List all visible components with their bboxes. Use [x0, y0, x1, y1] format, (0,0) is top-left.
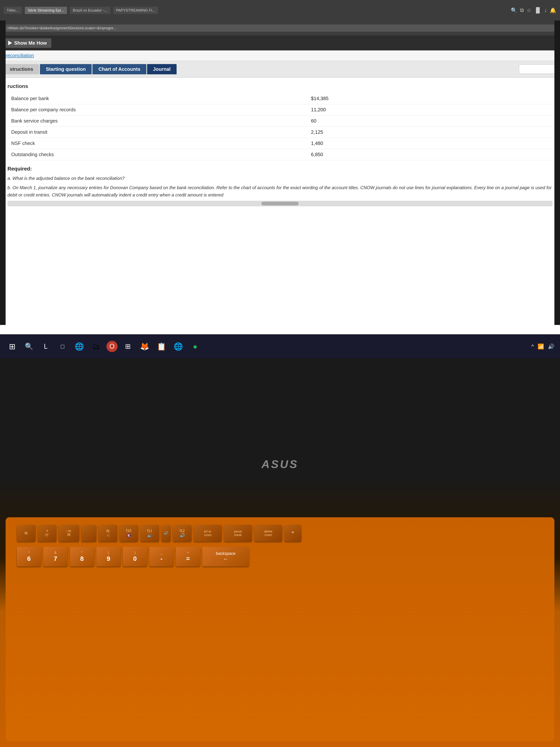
- key-0-main: 0: [133, 555, 137, 563]
- key-f7[interactable]: ✕ f7: [38, 525, 56, 542]
- key-equals-top: +: [187, 551, 189, 555]
- balance-label-0: Balance per bank: [7, 93, 307, 104]
- table-row: Outstanding checks 6,850: [7, 149, 553, 160]
- browser-tab-brazil[interactable]: Brazil vs Ecuador -...: [70, 7, 110, 14]
- key-asterisk-label: *: [292, 530, 294, 536]
- taskbar-taskview-icon[interactable]: □: [56, 340, 69, 353]
- browser-tab-papy[interactable]: PAPYSTREAMING Fi...: [113, 7, 158, 14]
- key-prtsc[interactable]: prt scsysrq: [194, 525, 222, 542]
- browser-chrome: Télec... Série Streaming Epi... Brazil v…: [0, 0, 560, 21]
- function-key-row: f6 ✕ f7 □/⊞ f8 f9 ◁ f10 🔇 f11 🔉: [17, 525, 543, 542]
- key-minus-top: _: [161, 551, 162, 555]
- taskbar-folder-icon[interactable]: 🗂: [89, 340, 103, 353]
- key-asterisk[interactable]: *: [285, 525, 301, 542]
- key-equals-main: =: [186, 555, 190, 563]
- key-minus[interactable]: _ -: [149, 547, 174, 566]
- taskbar-wifi-icon: 📶: [538, 343, 544, 350]
- key-f11[interactable]: f11 🔉: [140, 525, 159, 542]
- balance-label-2: Bank service charges: [7, 115, 307, 127]
- key-f12-icon: 🔊: [180, 533, 185, 538]
- taskbar-chrome-icon[interactable]: 🌐: [172, 340, 185, 353]
- balance-label-5: Outstanding checks: [7, 149, 307, 160]
- taskbar-volume-icon[interactable]: 🔊: [548, 343, 554, 350]
- browser-tab-telec[interactable]: Télec...: [4, 7, 22, 14]
- required-section: Required: a. What is the adjusted balanc…: [7, 166, 553, 199]
- key-pause-label: pausebreak: [234, 530, 242, 537]
- taskbar-spotify-icon[interactable]: ●: [189, 340, 202, 353]
- key-8-top: *: [81, 551, 82, 555]
- key-f9[interactable]: f9 ◁: [99, 525, 117, 542]
- key-f9-label: f9: [106, 529, 110, 533]
- balance-label-1: Balance per company records: [7, 104, 307, 115]
- balance-value-0: $14,385: [307, 93, 553, 104]
- key-6-top: ^: [28, 551, 30, 555]
- key-f10[interactable]: f10 🔇: [119, 525, 138, 542]
- laptop-body: ASUS f6 ✕ f7 □/⊞ f8 f9 ◁ f10 🔇: [0, 476, 560, 747]
- tab-journal[interactable]: Journal: [147, 64, 177, 74]
- breadcrumb[interactable]: reconciliation: [6, 53, 34, 58]
- key-f12[interactable]: f12 🔊: [173, 525, 191, 542]
- key-pause[interactable]: pausebreak: [224, 525, 252, 542]
- key-f12-label: f12: [180, 529, 185, 533]
- browser-search-icon: 🔍: [511, 7, 517, 14]
- balance-value-2: 60: [307, 115, 553, 127]
- key-f8-label: f8: [68, 533, 71, 537]
- taskbar-chevron-icon[interactable]: ^: [531, 343, 534, 350]
- table-row: Bank service charges 60: [7, 115, 553, 127]
- key-f7-top: ✕: [46, 529, 48, 533]
- key-f10-label: f10: [126, 528, 131, 533]
- key-blank2[interactable]: 🔊: [161, 525, 170, 542]
- balance-label-4: NSF check: [7, 138, 307, 149]
- key-equals[interactable]: + =: [176, 547, 200, 566]
- tab-search-box[interactable]: [519, 65, 556, 74]
- taskbar-l-icon[interactable]: L: [39, 340, 52, 353]
- taskbar-search-icon[interactable]: 🔍: [22, 340, 35, 353]
- taskbar-o-icon[interactable]: O: [106, 341, 117, 352]
- browser-download-icon: ↓: [544, 7, 547, 13]
- taskbar-start-icon[interactable]: ⊞: [6, 340, 19, 353]
- browser-tab-serie[interactable]: Série Streaming Epi...: [25, 7, 67, 14]
- required-item-a-text: What is the adjusted balance on the bank…: [12, 176, 125, 181]
- key-8-main: 8: [80, 555, 84, 563]
- key-f11-label: f11: [147, 529, 152, 533]
- required-item-b-text: On March 1, journalize any necessary ent…: [7, 185, 552, 197]
- show-me-how-bar: Show Me How: [0, 35, 560, 50]
- taskbar-clipboard-icon[interactable]: 📋: [155, 340, 168, 353]
- key-9[interactable]: ( 9: [96, 547, 121, 566]
- key-prtsc-label: prt scsysrq: [204, 530, 211, 537]
- key-7-main: 7: [54, 555, 57, 563]
- breadcrumb-bar: reconciliation: [0, 50, 560, 61]
- key-f10-icon: 🔇: [126, 533, 132, 538]
- tab-chart-of-accounts[interactable]: Chart of Accounts: [92, 64, 146, 74]
- key-f9-icon: ◁: [107, 533, 109, 538]
- key-blank1[interactable]: [81, 525, 96, 542]
- browser-menu-icon: ▐▌: [534, 7, 541, 13]
- required-item-a: a. What is the adjusted balance on the b…: [7, 175, 553, 182]
- key-8[interactable]: * 8: [70, 547, 94, 566]
- asus-logo: ASUS: [262, 458, 299, 471]
- main-content: reconciliation structions Starting quest…: [0, 50, 560, 334]
- table-row: Balance per bank $14,385: [7, 93, 553, 104]
- url-bar[interactable]: ntMain.do?invoker=&takeAssignmentSession…: [4, 24, 556, 32]
- taskbar-firefox-icon[interactable]: 🦊: [138, 340, 151, 353]
- key-0[interactable]: ) 0: [123, 547, 147, 566]
- key-7-top: &: [54, 551, 57, 555]
- balance-value-1: 11,200: [307, 104, 553, 115]
- taskbar-edge-icon[interactable]: 🌐: [73, 340, 86, 353]
- key-f8[interactable]: □/⊞ f8: [59, 525, 79, 542]
- taskbar-grid-icon[interactable]: ⊞: [121, 340, 134, 353]
- tab-starting-question[interactable]: Starting question: [40, 64, 92, 74]
- key-6[interactable]: ^ 6: [17, 547, 41, 566]
- balance-label-3: Deposit in transit: [7, 127, 307, 138]
- key-f6[interactable]: f6: [17, 525, 35, 542]
- key-delete[interactable]: deleteinsert: [254, 525, 282, 542]
- content-area: ructions Balance per bank $14,385 Balanc…: [0, 78, 560, 334]
- scroll-area[interactable]: [7, 201, 553, 206]
- required-item-b: b. On March 1, journalize any necessary …: [7, 184, 553, 199]
- browser-copy-icon: ⧉: [520, 7, 524, 14]
- key-7[interactable]: & 7: [43, 547, 68, 566]
- key-backspace[interactable]: backspace ←: [202, 547, 249, 566]
- key-minus-main: -: [160, 555, 162, 563]
- show-me-how-button[interactable]: Show Me How: [4, 38, 51, 48]
- tab-structions[interactable]: structions: [4, 64, 39, 74]
